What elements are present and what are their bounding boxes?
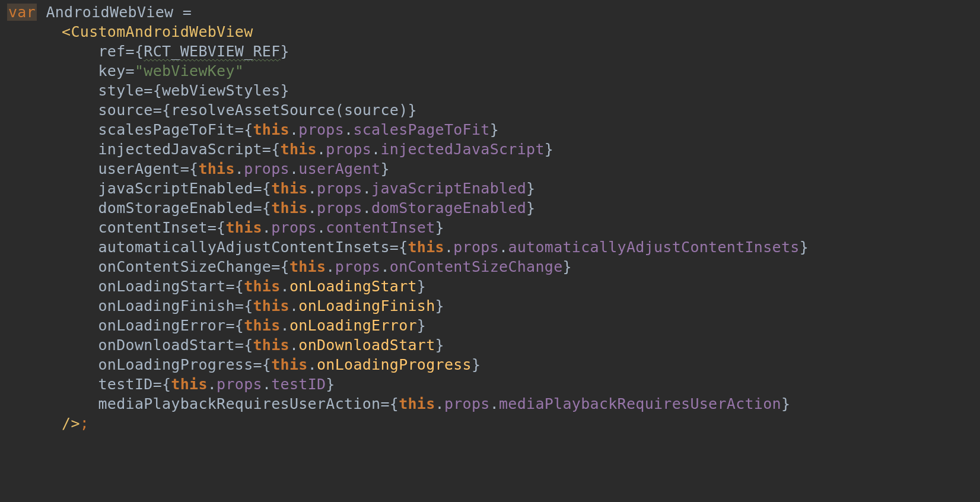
- code-editor[interactable]: var AndroidWebView = <CustomAndroidWebVi…: [0, 0, 980, 433]
- attr-javaScriptEnabled: javaScriptEnabled: [98, 180, 253, 197]
- attr-onLoadingStart: onLoadingStart: [98, 278, 226, 295]
- attr-onContentSizeChange: onContentSizeChange: [98, 258, 272, 275]
- attr-scalesPageToFit: scalesPageToFit: [98, 121, 235, 138]
- attr-source: source: [98, 101, 153, 119]
- keyword-var: var: [7, 4, 37, 21]
- semicolon: ;: [80, 415, 89, 432]
- attr-injectedJavaScript: injectedJavaScript: [98, 141, 262, 158]
- attr-onLoadingFinish: onLoadingFinish: [98, 297, 235, 314]
- attr-mediaPlaybackRequiresUserAction: mediaPlaybackRequiresUserAction: [98, 395, 381, 412]
- attr-domStorageEnabled: domStorageEnabled: [98, 199, 253, 217]
- attr-automaticallyAdjustContentInsets: automaticallyAdjustContentInsets: [98, 239, 390, 256]
- ref-value: RCT_WEBVIEW_REF: [144, 43, 280, 60]
- attr-ref: ref: [98, 43, 126, 60]
- attr-testID: testID: [98, 376, 153, 393]
- jsx-open-tag: <CustomAndroidWebView: [62, 23, 253, 40]
- attr-contentInset: contentInset: [98, 219, 208, 236]
- attr-onLoadingProgress: onLoadingProgress: [98, 356, 253, 373]
- attr-onDownloadStart: onDownloadStart: [98, 336, 235, 354]
- jsx-self-close: />: [62, 415, 80, 432]
- string-literal: "webViewKey": [135, 62, 244, 80]
- variable-name: AndroidWebView: [46, 4, 173, 21]
- attr-onLoadingError: onLoadingError: [98, 317, 226, 334]
- attr-key: key: [98, 62, 126, 80]
- attr-userAgent: userAgent: [98, 160, 180, 177]
- attr-style: style: [98, 82, 144, 99]
